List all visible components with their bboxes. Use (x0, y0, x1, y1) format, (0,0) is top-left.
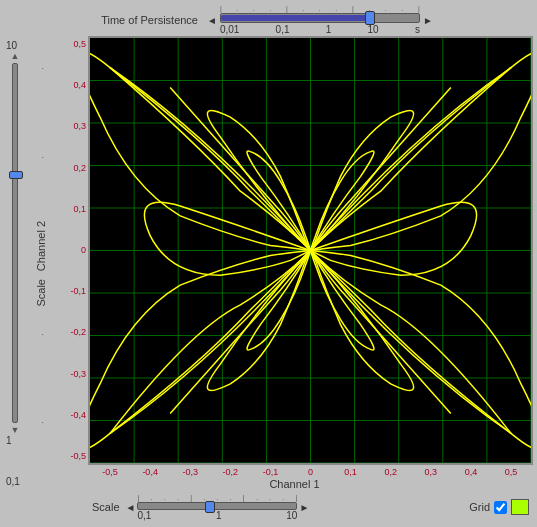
x-label-8: 0,3 (411, 467, 451, 477)
x-label-6: 0,1 (331, 467, 371, 477)
bottom-tick-1: 1 (216, 510, 222, 521)
y-label-6: -0,1 (70, 287, 86, 296)
persistence-tick-0: 0,01 (220, 24, 239, 35)
persistence-bar: Time of Persistence ◄ | . . . | . . . | (4, 4, 533, 36)
persistence-unit: s (415, 24, 420, 35)
scale-arrow-down[interactable]: ▼ (11, 425, 20, 435)
y-label-8: -0,3 (70, 370, 86, 379)
channel1-text: Channel 1 (269, 478, 319, 490)
y-label-7: -0,2 (70, 328, 86, 337)
persistence-tick-2: 1 (326, 24, 332, 35)
y-label-2: 0,3 (73, 122, 86, 131)
bottom-tick-2: 10 (286, 510, 297, 521)
grid-section: Grid (469, 499, 529, 515)
y-label-0: 0,5 (73, 40, 86, 49)
persistence-slider-fill (221, 15, 370, 21)
scale-label-vert: Scale (35, 279, 47, 307)
x-label-1: -0,4 (130, 467, 170, 477)
bottom-slider-track[interactable] (137, 502, 297, 510)
bottom-arrow-right[interactable]: ► (299, 502, 309, 513)
scale-slider-column: 10 ▲ . . . . . (4, 36, 26, 491)
bottom-bar: Scale ◄ |...|...|...| 0,1 1 10 ► Grid (4, 491, 533, 523)
x-label-10: 0,5 (491, 467, 531, 477)
grid-label: Grid (469, 501, 490, 513)
bottom-arrow-left[interactable]: ◄ (126, 502, 136, 513)
persistence-arrow-right[interactable]: ► (423, 15, 433, 26)
y-label-3: 0,2 (73, 164, 86, 173)
main-container: Time of Persistence ◄ | . . . | . . . | (0, 0, 537, 527)
x-label-9: 0,4 (451, 467, 491, 477)
left-panel: 10 ▲ . . . . . (4, 36, 56, 491)
bottom-slider-thumb[interactable] (205, 501, 215, 513)
scale-arrow-up[interactable]: ▲ (11, 51, 20, 61)
y-label-10: -0,5 (70, 452, 86, 461)
bottom-slider-container: |...|...|...| 0,1 1 10 (137, 494, 297, 521)
y-axis-labels: 0,5 0,4 0,3 0,2 0,1 0 -0,1 -0,2 -0,3 -0,… (56, 36, 88, 465)
y-label-9: -0,4 (70, 411, 86, 420)
scale-top-value: 10 (6, 40, 17, 51)
x-label-0: -0,5 (90, 467, 130, 477)
persistence-ticks: 0,01 0,1 1 10 s (220, 24, 420, 35)
persistence-tick-3: 10 (368, 24, 379, 35)
bottom-scale-label: Scale (92, 501, 120, 513)
x-label-3: -0,2 (210, 467, 250, 477)
bottom-ticks: 0,1 1 10 (137, 510, 297, 521)
persistence-slider-track[interactable] (220, 13, 420, 23)
y-label-5: 0 (81, 246, 86, 255)
x-label-7: 0,2 (371, 467, 411, 477)
y-label-4: 0,1 (73, 205, 86, 214)
x-label-5: 0 (290, 467, 330, 477)
x-label-2: -0,3 (170, 467, 210, 477)
plot-section: 0,5 0,4 0,3 0,2 0,1 0 -0,1 -0,2 -0,3 -0,… (56, 36, 533, 491)
scale-mid-value: 1 (6, 435, 12, 446)
persistence-slider-container: | . . . | . . . | . . . | (220, 5, 420, 35)
channel1-label: Channel 1 (56, 478, 533, 490)
scale-bot-value: 0,1 (6, 476, 20, 487)
persistence-arrow-left[interactable]: ◄ (207, 15, 217, 26)
x-axis-row: -0,5 -0,4 -0,3 -0,2 -0,1 0 0,1 0,2 0,3 0… (56, 465, 533, 477)
x-label-4: -0,1 (250, 467, 290, 477)
persistence-tick-1: 0,1 (276, 24, 290, 35)
bottom-tick-0: 0,1 (137, 510, 151, 521)
plot-svg (90, 38, 531, 463)
plot-canvas-area (88, 36, 533, 465)
x-axis-labels: -0,5 -0,4 -0,3 -0,2 -0,1 0 0,1 0,2 0,3 0… (88, 465, 533, 477)
channel2-label: Channel 2 (35, 221, 47, 271)
grid-checkbox[interactable] (494, 501, 507, 514)
persistence-slider-thumb[interactable] (365, 11, 375, 25)
persistence-label: Time of Persistence (101, 14, 198, 26)
grid-color-indicator (511, 499, 529, 515)
scale-vert-thumb[interactable] (9, 171, 23, 179)
y-label-1: 0,4 (73, 81, 86, 90)
